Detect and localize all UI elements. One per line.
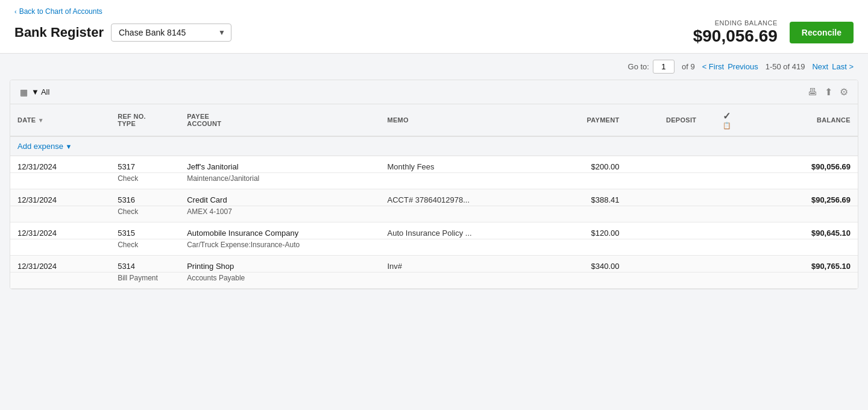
payment-cell: $340.00 xyxy=(534,256,626,273)
date-cell: 12/31/2024 xyxy=(10,156,110,173)
table-row-sub: Bill Payment Accounts Payable xyxy=(10,273,858,289)
check-cell xyxy=(703,156,750,173)
date-cell: 12/31/2024 xyxy=(10,256,110,273)
ref-cell: 5316 xyxy=(110,189,180,206)
account-cell: Maintenance/Janitorial xyxy=(180,173,380,189)
filter-left: ▦ ▼ All xyxy=(20,87,49,97)
filter-icon: ▦ xyxy=(20,87,28,97)
add-expense-caret-icon: ▼ xyxy=(66,143,72,150)
payee-cell: Automobile Insurance Company xyxy=(180,222,380,239)
back-link-text: Back to Chart of Accounts xyxy=(19,7,102,16)
payee-cell: Credit Card xyxy=(180,189,380,206)
check-cell xyxy=(703,222,750,239)
memo-cell: Inv# xyxy=(380,256,535,273)
balance-cell: $90,645.10 xyxy=(750,222,858,239)
page-title: Bank Register xyxy=(14,25,104,40)
deposit-cell xyxy=(627,222,704,239)
goto-label: Go to: xyxy=(628,62,649,71)
payee-cell: Jeff's Janitorial xyxy=(180,156,380,173)
th-memo: MEMO xyxy=(380,104,535,136)
copy-header-icon: 📋 xyxy=(711,122,743,130)
table-row[interactable]: 12/31/2024 5317 Jeff's Janitorial Monthl… xyxy=(10,156,858,173)
sort-arrow-icon: ▼ xyxy=(38,117,44,124)
balance-cell: $90,765.10 xyxy=(750,256,858,273)
add-expense-label: Add expense xyxy=(17,142,63,151)
balance-cell: $90,256.69 xyxy=(750,189,858,206)
filter-caret-icon: ▼ xyxy=(31,87,39,96)
export-icon[interactable]: ⬆ xyxy=(825,86,832,98)
filter-label: All xyxy=(41,87,49,96)
top-bar: ‹ Back to Chart of Accounts Bank Registe… xyxy=(0,0,868,54)
table-container: ▦ ▼ All 🖶 ⬆ ⚙ DATE ▼ REF NO. TYPE xyxy=(10,80,858,289)
memo-cell: ACCT# 37864012978... xyxy=(380,189,535,206)
ref-cell: 5317 xyxy=(110,156,180,173)
payment-cell: $200.00 xyxy=(534,156,626,173)
reconcile-button[interactable]: Reconcile xyxy=(790,22,854,43)
table-row-sub: Check AMEX 4-1007 xyxy=(10,206,858,222)
type-cell: Check xyxy=(110,239,180,256)
th-check: ✓ 📋 xyxy=(703,104,750,136)
payment-cell: $120.00 xyxy=(534,222,626,239)
back-chevron-icon: ‹ xyxy=(14,8,17,15)
filter-all-dropdown[interactable]: ▼ All xyxy=(31,87,49,96)
ref-cell: 5315 xyxy=(110,222,180,239)
payee-cell: Printing Shop xyxy=(180,256,380,273)
table-row-sub: Check Maintenance/Janitorial xyxy=(10,173,858,189)
ref-cell: 5314 xyxy=(110,256,180,273)
next-link[interactable]: Next xyxy=(812,62,828,71)
filter-right: 🖶 ⬆ ⚙ xyxy=(808,86,848,98)
register-table: DATE ▼ REF NO. TYPE PAYEE ACCOUNT MEMO P… xyxy=(10,104,858,289)
table-row[interactable]: 12/31/2024 5314 Printing Shop Inv# $340.… xyxy=(10,256,858,273)
deposit-cell xyxy=(627,189,704,206)
check-header-icon: ✓ xyxy=(711,110,743,122)
th-payee-account: PAYEE ACCOUNT xyxy=(180,104,380,136)
table-body: Add expense ▼ 12/31/2024 5317 Jeff's Jan… xyxy=(10,136,858,289)
memo-cell: Monthly Fees xyxy=(380,156,535,173)
th-date: DATE ▼ xyxy=(10,104,110,136)
back-link[interactable]: ‹ Back to Chart of Accounts xyxy=(14,7,854,16)
header-right-inner: ENDING BALANCE $90,056.69 Reconcile xyxy=(693,19,854,46)
table-header: DATE ▼ REF NO. TYPE PAYEE ACCOUNT MEMO P… xyxy=(10,104,858,136)
date-cell: 12/31/2024 xyxy=(10,222,110,239)
check-cell xyxy=(703,256,750,273)
last-link[interactable]: Last > xyxy=(832,62,854,71)
th-ref: REF NO. TYPE xyxy=(110,104,180,136)
account-cell: AMEX 4-1007 xyxy=(180,206,380,222)
check-cell xyxy=(703,189,750,206)
date-cell: 12/31/2024 xyxy=(10,189,110,206)
ending-balance-amount: $90,056.69 xyxy=(693,27,778,46)
payment-cell: $388.41 xyxy=(534,189,626,206)
memo-cell: Auto Insurance Policy ... xyxy=(380,222,535,239)
filter-bar: ▦ ▼ All 🖶 ⬆ ⚙ xyxy=(10,80,858,104)
add-expense-row[interactable]: Add expense ▼ xyxy=(10,136,858,156)
ending-balance-label: ENDING BALANCE xyxy=(715,19,778,27)
table-row[interactable]: 12/31/2024 5316 Credit Card ACCT# 378640… xyxy=(10,189,858,206)
of-label: of 9 xyxy=(682,62,695,71)
table-row[interactable]: 12/31/2024 5315 Automobile Insurance Com… xyxy=(10,222,858,239)
deposit-cell xyxy=(627,256,704,273)
first-link[interactable]: < First xyxy=(702,62,724,71)
th-deposit: DEPOSIT xyxy=(627,104,704,136)
print-icon[interactable]: 🖶 xyxy=(808,87,817,98)
type-cell: Check xyxy=(110,206,180,222)
account-cell: Car/Truck Expense:Insurance-Auto xyxy=(180,239,380,256)
account-cell: Accounts Payable xyxy=(180,273,380,289)
th-balance: BALANCE xyxy=(750,104,858,136)
pagination-bar: Go to: of 9 < First Previous 1-50 of 419… xyxy=(0,54,868,80)
page-range: 1-50 of 419 xyxy=(766,62,805,71)
type-cell: Check xyxy=(110,173,180,189)
balance-reconcile: ENDING BALANCE $90,056.69 xyxy=(693,19,778,46)
deposit-cell xyxy=(627,156,704,173)
previous-link[interactable]: Previous xyxy=(728,62,758,71)
balance-cell: $90,056.69 xyxy=(750,156,858,173)
th-payment: PAYMENT xyxy=(534,104,626,136)
account-select[interactable]: Chase Bank 8145 xyxy=(111,24,231,42)
account-select-wrapper: Chase Bank 8145 ▼ xyxy=(111,24,231,42)
header-row: Bank Register Chase Bank 8145 ▼ ENDING B… xyxy=(14,19,854,46)
header-left: Bank Register Chase Bank 8145 ▼ xyxy=(14,24,231,42)
settings-icon[interactable]: ⚙ xyxy=(840,86,848,98)
table-row-sub: Check Car/Truck Expense:Insurance-Auto xyxy=(10,239,858,256)
type-cell: Bill Payment xyxy=(110,273,180,289)
goto-input[interactable] xyxy=(653,60,675,74)
